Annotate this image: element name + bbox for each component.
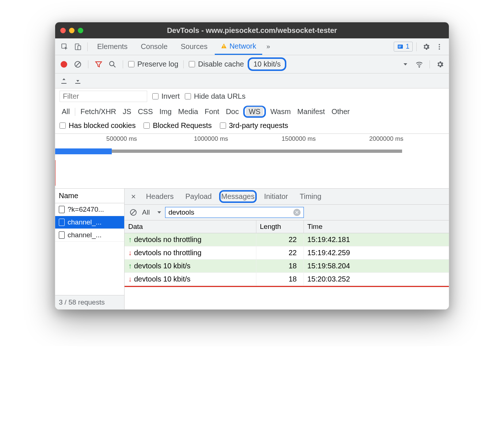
arrow-up-icon: ↑ [128,262,132,270]
col-data[interactable]: Data [125,220,256,233]
extra-filter-row: Has blocked cookies Blocked Requests 3rd… [55,120,449,134]
detail-tab-messages[interactable]: Messages [221,192,255,200]
detail-tab-timing[interactable]: Timing [295,190,326,203]
export-har-icon[interactable] [73,76,83,86]
type-ws[interactable]: WS [246,107,263,116]
chevron-down-icon [157,210,161,215]
svg-point-8 [439,44,440,45]
svg-rect-3 [224,45,224,47]
timeline-tick: 1500000 ms [282,135,316,143]
messages-filter-select[interactable]: All [142,208,161,216]
issues-badge[interactable]: 1 [394,42,413,52]
throttling-selector[interactable]: 10 kbit/s [248,57,286,71]
record-button[interactable] [59,59,69,69]
clear-button[interactable] [73,59,83,69]
tab-console[interactable]: Console [135,38,173,55]
hide-data-urls-input[interactable] [185,93,191,99]
third-party-checkbox[interactable]: 3rd-party requests [220,121,288,130]
divider [416,42,417,51]
network-conditions-icon[interactable] [414,59,424,69]
timeline-selection[interactable] [55,148,112,154]
minimize-window-button[interactable] [69,28,75,33]
tab-network[interactable]: Network [215,38,262,55]
divider [123,60,123,68]
arrow-up-icon: ↑ [128,235,132,243]
message-row[interactable]: ↑devtools no throttling2215:19:42.181 [125,233,449,246]
svg-rect-7 [398,47,401,48]
close-detail-button[interactable]: × [128,192,139,201]
type-fetchxhr[interactable]: Fetch/XHR [78,107,118,117]
request-item[interactable]: channel_... [55,229,124,242]
message-time-cell: 15:19:58.204 [303,260,449,273]
request-item-label: channel_... [68,231,102,239]
device-toolbar-icon[interactable] [72,41,84,53]
messages-toolbar: All ✕ [125,205,449,220]
kebab-menu-icon[interactable] [434,41,445,53]
has-blocked-cookies-checkbox[interactable]: Has blocked cookies [60,121,135,130]
tab-sources[interactable]: Sources [175,38,213,55]
type-manifest[interactable]: Manifest [295,107,327,117]
hide-data-urls-checkbox[interactable]: Hide data URLs [185,92,245,101]
hide-data-urls-label: Hide data URLs [194,92,245,101]
request-list-pane: Name ?k=62470...channel_...channel_... 3… [55,189,125,309]
filter-input[interactable] [60,91,147,102]
preserve-log-checkbox[interactable]: Preserve log [128,60,178,68]
filter-icon[interactable] [93,59,104,69]
invert-input[interactable] [152,93,159,99]
type-font[interactable]: Font [202,107,221,117]
throttling-dropdown-icon[interactable] [400,59,411,69]
issues-icon [397,44,404,50]
close-window-button[interactable] [60,28,66,33]
svg-point-15 [419,67,420,67]
type-doc[interactable]: Doc [224,107,241,117]
detail-tab-payload[interactable]: Payload [181,190,216,203]
message-row[interactable]: ↓devtools no throttling2215:19:42.259 [125,246,449,260]
blocked-requests-input[interactable] [144,122,150,129]
search-icon[interactable] [107,59,118,69]
more-tabs-button[interactable]: » [264,43,273,50]
request-item-label: channel_... [68,218,102,226]
type-js[interactable]: JS [121,107,133,117]
type-all[interactable]: All [60,107,72,117]
col-length[interactable]: Length [256,220,303,233]
has-blocked-cookies-input[interactable] [60,122,66,129]
request-item[interactable]: ?k=62470... [55,203,124,216]
type-other[interactable]: Other [329,107,352,117]
messages-search-input[interactable] [168,208,293,216]
type-css[interactable]: CSS [135,107,155,117]
type-wasm[interactable]: Wasm [268,107,293,117]
type-ws-highlight: WS [243,106,266,118]
detail-tab-headers[interactable]: Headers [142,190,178,203]
request-item[interactable]: channel_... [55,216,124,229]
third-party-input[interactable] [220,122,226,129]
inspect-element-icon[interactable] [59,41,70,53]
message-row[interactable]: ↑devtools 10 kbit/s1815:19:58.204 [125,260,449,273]
main-tabbar: Elements Console Sources Network » 1 [55,38,449,55]
message-row[interactable]: ↓devtools 10 kbit/s1815:20:03.252 [125,273,449,286]
timeline-tick: 1000000 ms [194,135,228,143]
settings-icon[interactable] [420,41,432,53]
network-settings-icon[interactable] [435,59,445,69]
col-time[interactable]: Time [303,220,449,233]
clear-messages-button[interactable] [128,207,138,218]
disable-cache-input[interactable] [189,61,195,67]
type-media[interactable]: Media [176,107,200,117]
detail-tabs: × Headers Payload Messages Initiator Tim… [125,189,449,205]
tab-elements[interactable]: Elements [91,38,133,55]
messages-search[interactable]: ✕ [165,207,304,218]
maximize-window-button[interactable] [78,28,83,33]
svg-line-12 [76,62,80,67]
window-title: DevTools - www.piesocket.com/websocket-t… [55,26,449,35]
type-img[interactable]: Img [157,107,174,117]
blocked-requests-checkbox[interactable]: Blocked Requests [144,121,211,130]
invert-checkbox[interactable]: Invert [152,92,180,101]
import-har-icon[interactable] [59,76,69,86]
message-length-cell: 18 [256,273,303,286]
disable-cache-checkbox[interactable]: Disable cache [189,60,244,68]
detail-tab-initiator[interactable]: Initiator [260,190,293,203]
invert-label: Invert [161,92,180,101]
preserve-log-input[interactable] [128,61,134,67]
clear-search-icon[interactable]: ✕ [293,209,301,216]
timeline-overview[interactable]: 500000 ms 1000000 ms 1500000 ms 2000000 … [55,134,449,189]
timeline-tick: 500000 ms [106,135,137,143]
